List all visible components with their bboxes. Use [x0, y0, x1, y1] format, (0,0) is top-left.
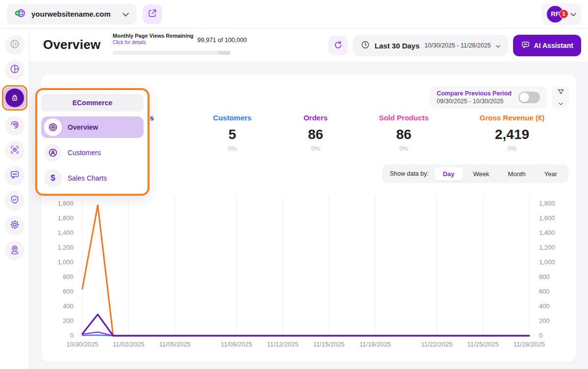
show-data-by-day[interactable]: Day: [435, 167, 463, 181]
pageviews-details-link[interactable]: Click for details: [113, 40, 194, 45]
flyout-item-label: Sales Charts: [68, 174, 107, 182]
filter-button[interactable]: [552, 86, 569, 109]
svg-text:600: 600: [539, 288, 550, 295]
svg-text:1,600: 1,600: [539, 214, 555, 222]
pageviews-value: 99,971 of 100,000: [197, 37, 247, 45]
svg-text:200: 200: [539, 317, 550, 324]
metric-label: Orders: [271, 114, 360, 122]
svg-text:600: 600: [63, 288, 74, 295]
account-menu[interactable]: RF 1: [542, 3, 581, 25]
pageviews-label: Monthly Page Views Remaining: [113, 33, 194, 40]
metric-value: 5: [193, 127, 271, 142]
svg-text:11/12/2025: 11/12/2025: [267, 341, 298, 348]
svg-text:1,000: 1,000: [539, 258, 555, 266]
app-root: yourwebsitename.com RF 1: [0, 0, 588, 369]
metric-value: 86: [360, 127, 448, 142]
compare-previous-period: Compare Previous Period 09/30/2025 - 10/…: [430, 86, 547, 109]
sidebar-item-settings[interactable]: [5, 216, 24, 235]
flyout-item-sales-charts[interactable]: $ Sales Charts: [41, 167, 144, 189]
svg-text:11/22/2025: 11/22/2025: [421, 341, 452, 348]
refresh-button[interactable]: [328, 36, 348, 55]
show-data-by-control: Show data by: Day Week Month Year: [382, 164, 569, 183]
metric-label: Customers: [193, 114, 271, 122]
metric-sold-products: Sold Products 86 0%: [360, 114, 448, 152]
svg-text:1,000: 1,000: [57, 258, 74, 266]
sales-line-chart[interactable]: 002002004004006006008008001,0001,0001,20…: [41, 191, 576, 357]
svg-text:10/30/2025: 10/30/2025: [66, 341, 98, 348]
show-data-by-year[interactable]: Year: [536, 167, 565, 181]
sidebar-item-feedback[interactable]: [5, 166, 24, 185]
ai-assistant-label: AI Assistant: [534, 42, 573, 49]
shopping-bag-icon: [5, 89, 24, 107]
sidebar-item-behavior[interactable]: [5, 116, 24, 136]
flyout-item-overview[interactable]: Overview: [41, 116, 144, 138]
flyout-item-label: Customers: [68, 149, 101, 157]
metric-value: 2,419: [448, 127, 576, 142]
expand-arrow-icon: [9, 39, 20, 51]
shield-check-icon: [9, 194, 20, 207]
metric-delta: 0%: [193, 145, 271, 152]
svg-text:400: 400: [539, 302, 550, 310]
external-link-icon: [147, 8, 157, 20]
svg-text:800: 800: [539, 273, 550, 280]
sidebar-item-ecommerce[interactable]: [4, 87, 25, 109]
sidebar-item-tracking[interactable]: [5, 141, 24, 161]
pageviews-remaining: Monthly Page Views Remaining Click for d…: [113, 33, 247, 45]
svg-text:1,800: 1,800: [539, 200, 555, 207]
focus-target-icon: [9, 144, 20, 157]
svg-text:11/25/2025: 11/25/2025: [467, 341, 499, 348]
ai-assistant-button[interactable]: AI Assistant: [513, 35, 581, 56]
flyout-item-label: Overview: [68, 123, 98, 131]
open-website-button[interactable]: [143, 4, 162, 24]
chevron-down-icon: [122, 10, 129, 19]
show-data-by-week[interactable]: Week: [465, 167, 498, 181]
show-data-by-label: Show data by:: [390, 170, 429, 177]
svg-text:400: 400: [63, 302, 74, 310]
svg-text:1,200: 1,200: [539, 244, 555, 251]
avatar: RF 1: [547, 5, 566, 23]
svg-text:11/15/2025: 11/15/2025: [313, 341, 344, 348]
sidebar-item-dashboard[interactable]: [5, 60, 24, 80]
pageviews-progress-bar: [113, 51, 230, 55]
range-dates: 10/30/2025 - 11/28/2025: [424, 42, 490, 49]
ai-chat-icon: [521, 40, 530, 51]
sidebar-item-privacy[interactable]: [5, 191, 24, 210]
page-title: Overview: [43, 37, 100, 52]
metric-label: Gross Revenue (€): [448, 114, 576, 122]
chevron-down-icon: [559, 98, 563, 107]
metric-delta: 0%: [448, 145, 576, 152]
svg-text:11/05/2025: 11/05/2025: [159, 341, 191, 348]
compare-toggle[interactable]: [518, 92, 540, 103]
svg-text:11/18/2025: 11/18/2025: [359, 341, 391, 348]
map-pin-icon: [9, 244, 20, 257]
compare-label: Compare Previous Period: [437, 90, 512, 97]
sidebar: [0, 28, 29, 369]
notification-badge: 1: [559, 9, 568, 19]
chevron-down-icon: [496, 41, 500, 50]
svg-text:0: 0: [70, 332, 74, 339]
sidebar-highlight-annotation: [2, 85, 27, 111]
dollar-icon: $: [44, 169, 62, 187]
show-data-by-month[interactable]: Month: [500, 167, 534, 181]
date-range-selector[interactable]: Last 30 Days 10/30/2025 - 11/28/2025: [353, 35, 508, 56]
pageviews-progress-used: [218, 51, 230, 55]
svg-text:1,800: 1,800: [57, 200, 74, 207]
svg-text:11/09/2025: 11/09/2025: [220, 341, 252, 348]
range-label: Last 30 Days: [375, 42, 420, 50]
flyout-item-customers[interactable]: Customers: [41, 142, 144, 163]
svg-text:1,600: 1,600: [57, 214, 74, 222]
page-header: Overview Monthly Page Views Remaining Cl…: [29, 28, 588, 63]
svg-text:1,400: 1,400: [57, 229, 74, 236]
chat-bubble-icon: [9, 169, 20, 182]
spiral-icon: [9, 119, 20, 132]
sidebar-item-location[interactable]: [5, 241, 24, 260]
svg-text:1,200: 1,200: [57, 244, 74, 251]
metric-delta: 0%: [360, 145, 448, 152]
website-selector[interactable]: yourwebsitename.com: [7, 4, 137, 24]
refresh-icon: [333, 40, 343, 51]
pie-chart-icon: [9, 64, 20, 76]
topbar: yourwebsitename.com RF 1: [0, 0, 588, 28]
chevron-down-icon: [570, 10, 576, 19]
metric-label: Sold Products: [360, 114, 448, 122]
sidebar-expand-button[interactable]: [5, 35, 24, 55]
